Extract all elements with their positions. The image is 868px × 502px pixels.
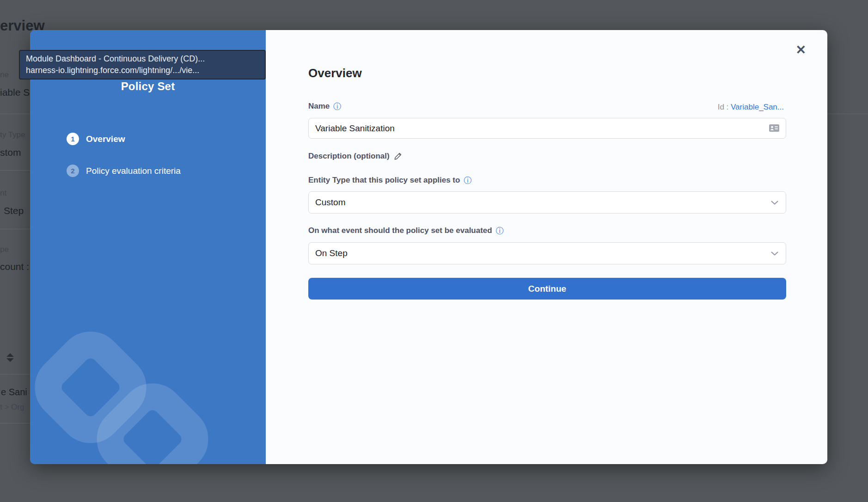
- bg-divider: [0, 114, 30, 114]
- entity-type-select[interactable]: Custom: [308, 191, 786, 214]
- overview-form-panel: ✕ Overview Name ⓘ Id : Variable_San...: [266, 30, 827, 464]
- wizard-sidebar: Policy Set 1 Overview 2 Policy evaluatio…: [30, 30, 266, 464]
- step-number: 2: [67, 165, 79, 177]
- dimmed-background-page: erview ne iable S ty Type stom nt Step p…: [0, 0, 868, 502]
- event-selected-value: On Step: [315, 248, 348, 258]
- bg-divider: [0, 423, 30, 423]
- bg-policy-name: e Sani: [1, 387, 27, 398]
- url-preview-tooltip: Module Dashboard - Continuous Delivery (…: [19, 50, 266, 80]
- event-label: On what event should the policy set be e…: [308, 226, 492, 235]
- sort-icon: [6, 353, 14, 362]
- step-item-policy-evaluation-criteria[interactable]: 2 Policy evaluation criteria: [67, 165, 181, 177]
- step-item-overview[interactable]: 1 Overview: [67, 133, 125, 145]
- bg-type-label: pe: [0, 245, 9, 254]
- chevron-down-icon: [771, 201, 778, 205]
- bg-account-value: count :: [0, 261, 29, 272]
- info-icon[interactable]: ⓘ: [333, 103, 341, 110]
- entity-type-selected-value: Custom: [315, 197, 345, 208]
- bg-name-value: iable S: [0, 87, 30, 98]
- id-link[interactable]: Variable_San...: [731, 103, 784, 111]
- info-icon[interactable]: ⓘ: [496, 227, 504, 235]
- continue-button[interactable]: Continue: [308, 278, 786, 300]
- close-icon[interactable]: ✕: [795, 44, 806, 56]
- policy-set-modal: Policy Set 1 Overview 2 Policy evaluatio…: [30, 30, 827, 464]
- tooltip-title: Module Dashboard - Continuous Delivery (…: [26, 53, 259, 65]
- bg-event-value: Step: [4, 205, 24, 216]
- bg-breadcrumb: t > Org: [0, 403, 24, 412]
- bg-divider: [0, 229, 30, 229]
- step-number: 1: [67, 133, 79, 145]
- form-heading: Overview: [308, 66, 362, 80]
- event-select[interactable]: On Step: [308, 242, 786, 264]
- name-label: Name: [308, 102, 330, 111]
- wizard-title: Policy Set: [30, 80, 266, 93]
- entity-type-label: Entity Type that this policy set applies…: [308, 176, 460, 185]
- id-card-icon[interactable]: [769, 124, 780, 134]
- bg-name-label: ne: [0, 70, 9, 80]
- bg-event-label: nt: [0, 189, 6, 198]
- chevron-down-icon: [771, 251, 778, 256]
- id-prefix-label: Id :: [718, 103, 729, 111]
- tooltip-url: harness-io.lightning.force.com/lightning…: [26, 65, 259, 76]
- name-input[interactable]: [308, 118, 786, 139]
- step-label: Policy evaluation criteria: [86, 166, 181, 176]
- entity-id: Id : Variable_San...: [718, 103, 784, 112]
- step-label: Overview: [86, 134, 125, 144]
- bg-divider: [827, 114, 868, 114]
- harness-logo-watermark: [30, 30, 266, 464]
- bg-divider: [0, 170, 30, 171]
- bg-divider: [0, 374, 30, 374]
- edit-pencil-icon[interactable]: [393, 152, 403, 161]
- bg-entity-label: ty Type: [0, 130, 25, 140]
- info-icon[interactable]: ⓘ: [464, 177, 471, 184]
- description-label: Description (optional): [308, 152, 390, 161]
- bg-entity-value: stom: [0, 147, 21, 158]
